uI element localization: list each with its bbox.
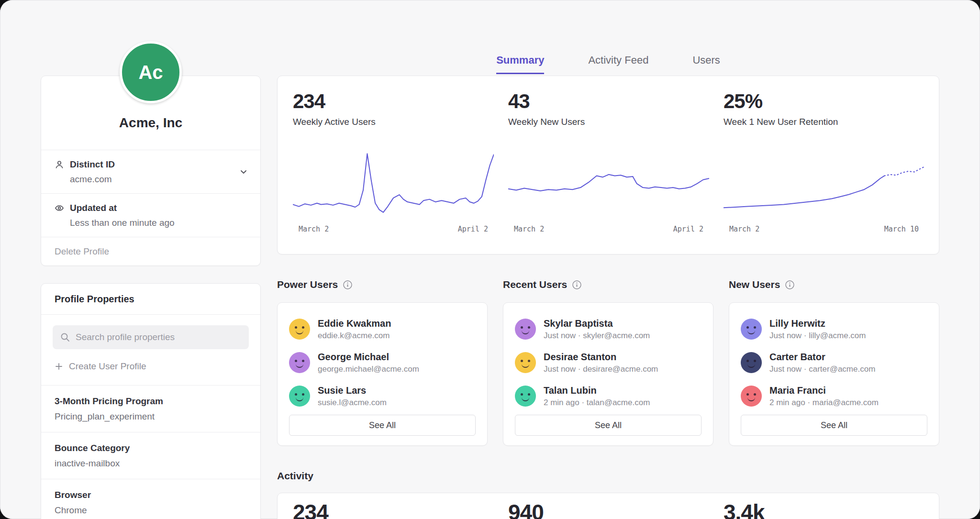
stat-label: Weekly New Users	[508, 116, 709, 127]
user-name: George Michael	[318, 351, 419, 363]
x-tick: March 2	[514, 225, 544, 233]
see-all-button[interactable]: See All	[515, 415, 702, 436]
x-tick: March 10	[884, 225, 919, 233]
activity-card: 234 940 3.4k	[277, 493, 939, 519]
tab-summary[interactable]: Summary	[496, 54, 544, 74]
x-tick: March 2	[299, 225, 329, 233]
avatar	[289, 319, 310, 340]
profile-properties-card: Profile Properties Create User Profile 3…	[41, 283, 261, 519]
user-subtext: Just now · carter@acme.com	[769, 364, 875, 374]
field-value: Less than one minute ago	[70, 217, 247, 228]
x-tick: April 2	[673, 225, 703, 233]
tab-activity-feed[interactable]: Activity Feed	[588, 54, 648, 74]
property-row-pricing-program[interactable]: 3-Month Pricing Program Pricing_plan_exp…	[41, 385, 260, 432]
summary-card: 234 Weekly Active Users March 2 April 2 …	[277, 76, 939, 254]
list-item[interactable]: Lilly Herwitz Just now · lilly@acme.com	[741, 312, 927, 346]
list-title: Recent Users	[503, 278, 567, 291]
list-item[interactable]: George Michael george.michael@acme.com	[289, 346, 476, 379]
user-name: Talan Lubin	[544, 385, 650, 396]
user-subtext: susie.l@acme.com	[318, 398, 387, 408]
delete-profile-button[interactable]: Delete Profile	[41, 237, 260, 265]
search-profile-properties-input[interactable]	[53, 325, 249, 349]
new-users-column: New Users Lilly Herwitz Just now · lilly…	[729, 278, 939, 446]
list-title: New Users	[729, 278, 780, 291]
stat-week1-retention: 25% Week 1 New User Retention March 2 Ma…	[724, 90, 924, 233]
user-subtext: eddie.k@acme.com	[318, 331, 391, 341]
weekly-new-users-chart	[508, 147, 709, 217]
stat-label: Weekly Active Users	[293, 116, 494, 127]
divider	[41, 314, 260, 315]
x-tick: March 2	[729, 225, 759, 233]
avatar	[741, 319, 762, 340]
list-item[interactable]: Talan Lubin 2 min ago · talan@acme.com	[515, 379, 702, 413]
recent-users-column: Recent Users Skylar Baptista Just now · …	[503, 278, 713, 446]
info-icon[interactable]	[343, 280, 353, 290]
property-label: Browser	[55, 489, 247, 500]
avatar	[515, 352, 536, 373]
property-row-browser[interactable]: Browser Chrome	[41, 479, 260, 519]
property-label: Bounce Category	[55, 442, 247, 453]
x-tick: April 2	[458, 225, 488, 233]
property-value: Pricing_plan_experiment	[55, 411, 247, 422]
list-item[interactable]: Susie Lars susie.l@acme.com	[289, 379, 476, 413]
user-name: Skylar Baptista	[544, 318, 650, 329]
stat-value: 43	[508, 90, 709, 112]
field-updated-at: Updated at Less than one minute ago	[41, 193, 260, 237]
avatar	[515, 386, 536, 407]
power-users-card: Eddie Kwakman eddie.k@acme.com George Mi…	[277, 302, 488, 446]
create-user-profile-button[interactable]: Create User Profile	[55, 361, 247, 372]
avatar	[289, 352, 310, 373]
see-all-button[interactable]: See All	[741, 415, 927, 436]
avatar	[741, 352, 762, 373]
list-item[interactable]: Maria Franci 2 min ago · maria@acme.com	[741, 379, 927, 413]
user-name: Susie Lars	[318, 385, 387, 396]
week1-retention-chart	[724, 147, 924, 217]
field-label: Updated at	[70, 202, 117, 213]
user-name: Carter Bator	[769, 351, 875, 363]
profile-card: Acme, Inc Distinct ID acme.com	[41, 76, 261, 266]
create-user-profile-label: Create User Profile	[69, 361, 146, 372]
user-lists-section: Power Users Eddie Kwakman eddie.k@acme.c…	[277, 278, 939, 446]
tab-users[interactable]: Users	[692, 54, 720, 74]
profile-properties-title: Profile Properties	[41, 284, 260, 314]
stat-value: 234	[293, 90, 494, 112]
property-row-bounce-category[interactable]: Bounce Category inactive-mailbox	[41, 432, 260, 479]
user-subtext: 2 min ago · maria@acme.com	[769, 398, 879, 408]
list-item[interactable]: Skylar Baptista Just now · skyler@acme.c…	[515, 312, 702, 346]
see-all-button[interactable]: See All	[289, 415, 476, 436]
user-subtext: Just now · lilly@acme.com	[769, 331, 866, 341]
chevron-down-icon[interactable]	[239, 167, 248, 176]
user-name: Lilly Herwitz	[769, 318, 866, 329]
user-subtext: Just now · desirare@acme.com	[544, 364, 658, 374]
avatar	[289, 386, 310, 407]
new-users-card: Lilly Herwitz Just now · lilly@acme.com …	[729, 302, 939, 446]
user-name: Eddie Kwakman	[318, 318, 391, 329]
field-value: acme.com	[70, 174, 247, 185]
profile-page: Ac Acme, Inc Distinct ID acme.com	[0, 0, 980, 519]
user-name: Maria Franci	[769, 385, 879, 396]
field-distinct-id[interactable]: Distinct ID acme.com	[41, 150, 260, 193]
user-subtext: Just now · skyler@acme.com	[544, 331, 650, 341]
user-name: Desirae Stanton	[544, 351, 658, 363]
list-item[interactable]: Desirae Stanton Just now · desirare@acme…	[515, 346, 702, 379]
property-label: 3-Month Pricing Program	[55, 396, 247, 407]
stat-weekly-active-users: 234 Weekly Active Users March 2 April 2	[293, 90, 494, 233]
plus-icon	[55, 362, 63, 371]
list-item[interactable]: Carter Bator Just now · carter@acme.com	[741, 346, 927, 379]
info-icon[interactable]	[572, 280, 582, 290]
list-item[interactable]: Eddie Kwakman eddie.k@acme.com	[289, 312, 476, 346]
eye-icon	[55, 203, 64, 213]
weekly-active-users-chart	[293, 147, 494, 217]
activity-stat-value: 940	[508, 500, 709, 519]
stat-label: Week 1 New User Retention	[724, 116, 924, 127]
power-users-column: Power Users Eddie Kwakman eddie.k@acme.c…	[277, 278, 488, 446]
avatar	[515, 319, 536, 340]
avatar	[741, 386, 762, 407]
activity-stat-value: 3.4k	[724, 500, 924, 519]
recent-users-card: Skylar Baptista Just now · skyler@acme.c…	[503, 302, 713, 446]
activity-stat-value: 234	[293, 500, 494, 519]
user-subtext: george.michael@acme.com	[318, 364, 419, 374]
info-icon[interactable]	[785, 280, 795, 290]
stat-weekly-new-users: 43 Weekly New Users March 2 April 2	[508, 90, 709, 233]
list-title: Power Users	[277, 278, 338, 291]
